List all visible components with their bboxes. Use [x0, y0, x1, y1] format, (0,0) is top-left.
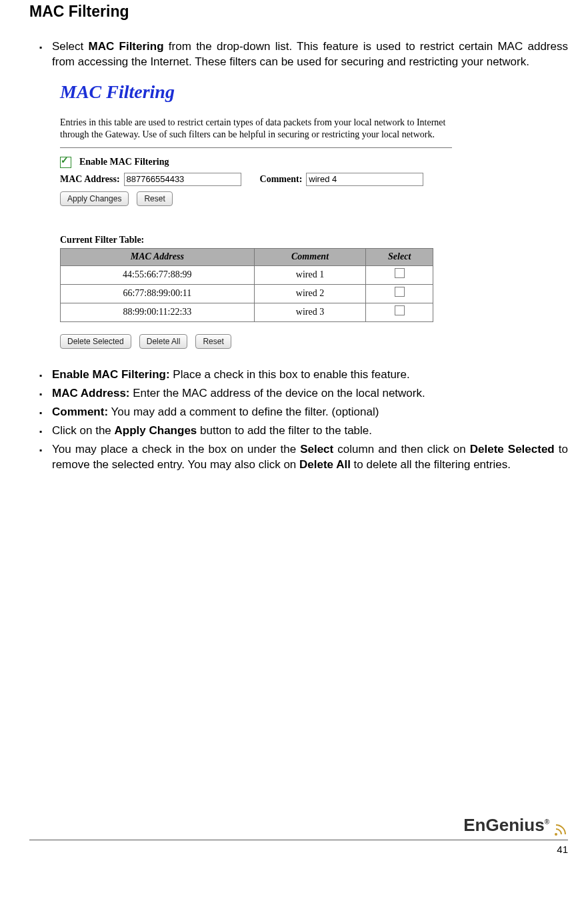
table-row: 88:99:00:11:22:33 wired 3 — [61, 303, 433, 321]
bullet-icon: ▪ — [29, 423, 52, 439]
list-item: Enable MAC Filtering: Place a check in t… — [52, 367, 568, 383]
col-comment: Comment — [254, 249, 366, 266]
enable-mac-checkbox[interactable] — [60, 157, 71, 168]
list-item: Comment: You may add a comment to define… — [52, 405, 568, 420]
page-footer: EnGenius® 41 — [29, 814, 568, 856]
router-ui-panel: MAC Filtering Entries in this table are … — [56, 79, 456, 349]
delete-all-button[interactable]: Delete All — [139, 334, 188, 349]
filter-table: MAC Address Comment Select 44:55:66:77:8… — [60, 248, 433, 322]
intro-list: ▪ Select MAC Filtering from the drop-dow… — [29, 39, 568, 70]
list-item: You may place a check in the box on unde… — [52, 442, 568, 473]
row-select-checkbox[interactable] — [395, 305, 405, 315]
panel-title: MAC Filtering — [60, 79, 456, 105]
table-row: 66:77:88:99:00:11 wired 2 — [61, 284, 433, 303]
reset-button[interactable]: Reset — [137, 191, 172, 206]
bullet-icon: ▪ — [29, 386, 52, 402]
divider — [60, 147, 452, 148]
brand-logo: EnGenius® — [29, 814, 568, 837]
panel-lead-text: Entries in this table are used to restri… — [60, 117, 452, 141]
wifi-arcs-icon — [553, 822, 568, 837]
reset-table-button[interactable]: Reset — [195, 334, 231, 349]
definitions-list: ▪ Enable MAC Filtering: Place a check in… — [29, 367, 568, 473]
table-row: 44:55:66:77:88:99 wired 1 — [61, 265, 433, 284]
svg-point-0 — [555, 833, 557, 836]
section-title: MAC Filtering — [29, 1, 568, 22]
page-number: 41 — [29, 843, 568, 856]
row-select-checkbox[interactable] — [395, 268, 405, 278]
bullet-icon: ▪ — [29, 367, 52, 383]
comment-label: Comment: — [260, 173, 303, 186]
intro-text: Select MAC Filtering from the drop-down … — [52, 39, 568, 70]
mac-address-input[interactable] — [124, 173, 241, 186]
bullet-icon: ▪ — [29, 39, 52, 55]
delete-selected-button[interactable]: Delete Selected — [60, 334, 131, 349]
apply-changes-button[interactable]: Apply Changes — [60, 191, 129, 206]
list-item: Click on the Apply Changes button to add… — [52, 423, 568, 439]
comment-input[interactable] — [306, 173, 423, 186]
mac-address-label: MAC Address: — [60, 173, 120, 186]
list-item: MAC Address: Enter the MAC address of th… — [52, 386, 568, 401]
bullet-icon: ▪ — [29, 405, 52, 421]
col-mac: MAC Address — [61, 249, 255, 266]
col-select: Select — [366, 249, 433, 266]
row-select-checkbox[interactable] — [395, 287, 405, 297]
bullet-icon: ▪ — [29, 442, 52, 458]
filter-table-caption: Current Filter Table: — [60, 234, 452, 247]
enable-mac-label: Enable MAC Filtering — [79, 156, 169, 169]
